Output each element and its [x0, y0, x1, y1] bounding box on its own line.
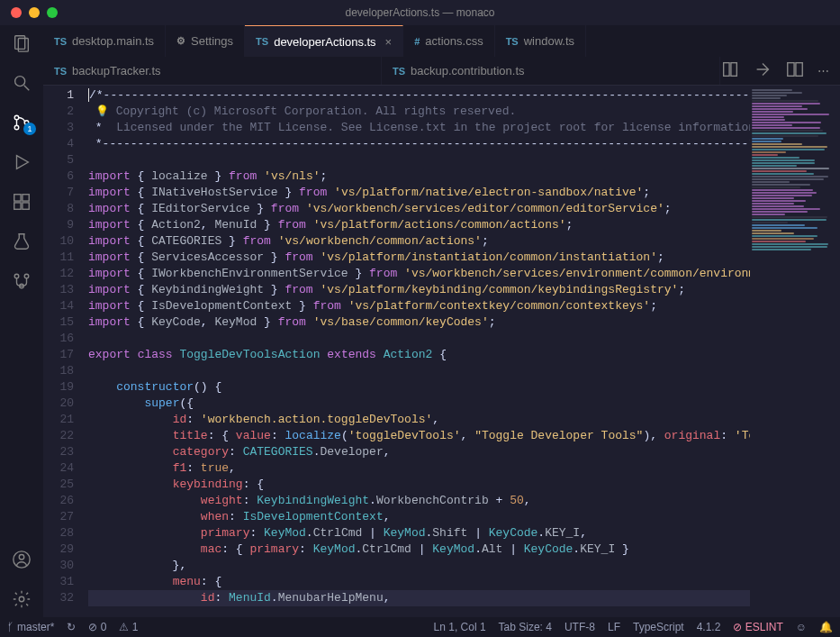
- file-type-icon: #: [414, 36, 420, 47]
- extensions-icon[interactable]: [11, 191, 32, 213]
- tab-label: backupTracker.ts: [72, 64, 161, 77]
- encoding[interactable]: UTF-8: [565, 621, 595, 633]
- scm-icon[interactable]: 1: [11, 112, 32, 133]
- references-icon[interactable]: [11, 270, 32, 292]
- svg-point-16: [19, 555, 24, 560]
- code-content[interactable]: /*--------------------------------------…: [88, 86, 750, 617]
- debug-icon[interactable]: [11, 151, 32, 173]
- cursor-position[interactable]: Ln 1, Col 1: [434, 621, 486, 633]
- compare-icon[interactable]: [753, 59, 772, 82]
- more-icon[interactable]: ⋯: [817, 64, 829, 77]
- settings-icon[interactable]: [11, 588, 32, 610]
- tab-label: window.ts: [524, 34, 574, 48]
- sync-item[interactable]: ↻: [67, 621, 76, 633]
- tab-label: actions.css: [425, 34, 483, 48]
- tab-label: backup.contribution.ts: [411, 64, 524, 77]
- svg-rect-19: [731, 63, 736, 77]
- explorer-icon[interactable]: [11, 32, 32, 54]
- tab-label: developerActions.ts: [274, 35, 375, 49]
- account-icon[interactable]: [11, 549, 32, 570]
- tab-label: desktop.main.ts: [72, 34, 154, 48]
- svg-marker-7: [17, 156, 29, 169]
- close-icon[interactable]: ×: [385, 35, 393, 49]
- tab[interactable]: TSdeveloperActions.ts×: [245, 25, 403, 57]
- svg-rect-8: [14, 195, 21, 201]
- open-changes-icon[interactable]: [720, 59, 740, 82]
- warnings-item[interactable]: ⚠ 1: [119, 621, 138, 633]
- svg-rect-21: [796, 63, 802, 77]
- language-mode[interactable]: TypeScript: [633, 621, 684, 633]
- svg-point-13: [24, 274, 29, 278]
- file-type-icon: TS: [54, 66, 67, 77]
- eslint-status[interactable]: ⊘ ESLINT: [733, 621, 782, 633]
- svg-point-4: [14, 115, 19, 120]
- svg-point-17: [19, 596, 24, 602]
- tab[interactable]: ⚙Settings: [166, 25, 245, 57]
- svg-rect-18: [724, 63, 729, 77]
- branch-item[interactable]: ᚶ master*: [7, 621, 54, 633]
- tab-label: Settings: [191, 34, 233, 48]
- tab[interactable]: #actions.css: [403, 25, 494, 57]
- file-type-icon: TS: [393, 66, 405, 77]
- file-type-icon: TS: [506, 36, 519, 47]
- svg-rect-10: [14, 203, 21, 209]
- tab[interactable]: TSdesktop.main.ts: [43, 25, 166, 57]
- svg-point-2: [15, 77, 25, 86]
- tab-size[interactable]: Tab Size: 4: [499, 621, 552, 633]
- scm-badge: 1: [23, 123, 36, 135]
- tab[interactable]: TSwindow.ts: [495, 25, 586, 57]
- ts-version[interactable]: 4.1.2: [697, 621, 721, 633]
- tabs-secondary: TSbackupTracker.tsTSbackup.contribution.…: [43, 57, 840, 86]
- statusbar: ᚶ master* ↻ ⊘ 0 ⚠ 1 Ln 1, Col 1 Tab Size…: [0, 617, 840, 637]
- errors-item[interactable]: ⊘ 0: [88, 621, 106, 633]
- split-icon[interactable]: [785, 59, 805, 82]
- svg-point-5: [14, 125, 19, 130]
- window-maximize[interactable]: [47, 7, 58, 18]
- svg-line-3: [24, 86, 30, 91]
- window-minimize[interactable]: [29, 7, 40, 18]
- minimap[interactable]: [750, 86, 840, 617]
- search-icon[interactable]: [11, 72, 32, 94]
- line-gutter: 1234567891011121314151617181920212223242…: [43, 86, 88, 617]
- eol[interactable]: LF: [608, 621, 620, 633]
- feedback-icon[interactable]: ☺: [796, 621, 807, 633]
- titlebar: developerActions.ts — monaco: [0, 0, 840, 25]
- bell-icon[interactable]: 🔔: [819, 621, 833, 633]
- tabs-primary: TSdesktop.main.ts⚙SettingsTSdeveloperAct…: [43, 25, 840, 57]
- activity-bar: 1: [0, 25, 43, 617]
- file-type-icon: TS: [256, 36, 268, 47]
- testing-icon[interactable]: [11, 231, 32, 252]
- file-type-icon: TS: [54, 36, 67, 47]
- tab[interactable]: TSbackupTracker.ts: [43, 57, 382, 85]
- window-title: developerActions.ts — monaco: [345, 6, 494, 19]
- editor[interactable]: 1234567891011121314151617181920212223242…: [43, 86, 840, 617]
- svg-rect-20: [788, 63, 794, 77]
- svg-rect-9: [23, 195, 29, 201]
- tab[interactable]: TSbackup.contribution.ts: [382, 57, 720, 85]
- file-type-icon: ⚙: [176, 35, 185, 47]
- window-close[interactable]: [11, 7, 22, 18]
- svg-rect-11: [23, 203, 29, 209]
- svg-point-12: [14, 274, 19, 278]
